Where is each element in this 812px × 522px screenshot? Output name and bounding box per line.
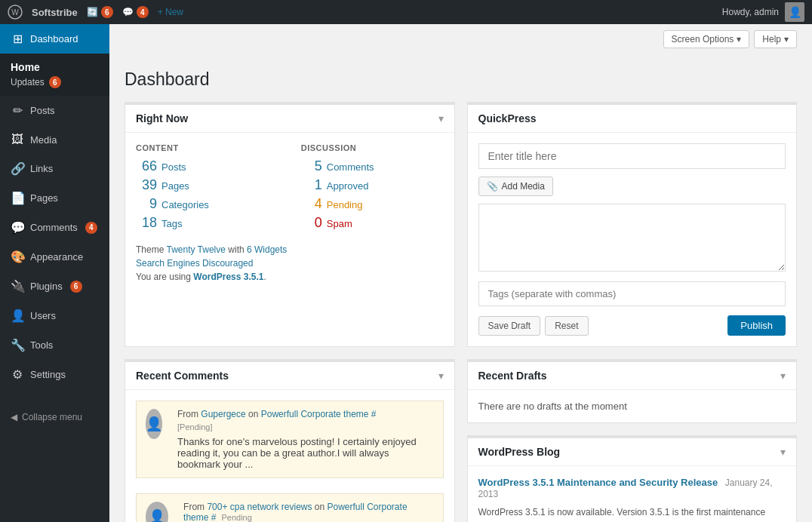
sidebar-item-users[interactable]: 👤 Users — [0, 301, 109, 330]
rightnow-toggle[interactable]: ▾ — [438, 112, 444, 124]
user-menu[interactable]: Howdy, admin 👤 — [722, 2, 804, 22]
rightnow-title: Right Now — [136, 112, 188, 124]
sidebar-item-label: Comments — [30, 222, 78, 233]
categories-count: 9 — [136, 196, 157, 212]
publish-button[interactable]: Publish — [727, 315, 786, 336]
wp-blog-post: WordPress 3.5.1 Maintenance and Security… — [478, 477, 786, 522]
sidebar-item-comments[interactable]: 💬 Comments 4 — [0, 213, 109, 242]
recent-drafts-body: There are no drafts at the moment — [468, 390, 797, 422]
reset-button[interactable]: Reset — [545, 316, 588, 336]
recent-drafts-widget: Recent Drafts ▾ There are no drafts at t… — [467, 359, 798, 423]
svg-text:W: W — [11, 8, 19, 17]
comment-counter[interactable]: 💬 4 — [122, 6, 149, 18]
approved-label: Approved — [327, 180, 369, 192]
quickpress-actions: Save Draft Reset Publish — [478, 315, 786, 336]
comments-count-row: 5 Comments — [301, 158, 444, 174]
sidebar-item-posts[interactable]: ✏ Posts — [0, 96, 109, 125]
recent-drafts-toggle[interactable]: ▾ — [780, 370, 786, 382]
discussion-column: DISCUSSION 5 Comments 1 Approved 4 Pendi… — [301, 143, 444, 234]
search-engines-link[interactable]: Search Engines Discouraged — [136, 258, 253, 269]
page-title: Dashboard — [125, 69, 797, 90]
plugins-icon: 🔌 — [11, 279, 24, 293]
sidebar-item-label: Media — [30, 134, 57, 146]
pages-count-row: 39 Pages — [136, 177, 278, 193]
site-name[interactable]: Softstribe — [32, 7, 78, 18]
posts-icon: ✏ — [11, 103, 24, 118]
recent-comments-toggle[interactable]: ▾ — [438, 370, 444, 382]
pending-count: 4 — [301, 196, 322, 212]
approved-count: 1 — [301, 177, 322, 193]
recent-comments-widget: Recent Comments ▾ 👤 From Gupergece on Po… — [125, 359, 455, 522]
new-content-button[interactable]: + New — [158, 7, 183, 17]
comment-post-link-1[interactable]: Powerfull Corporate theme # — [261, 409, 377, 419]
pages-icon: 📄 — [11, 191, 24, 205]
spam-label: Spam — [327, 218, 352, 229]
comment-author-link-1[interactable]: Gupergece — [201, 409, 245, 419]
update-counter[interactable]: 🔄 6 — [87, 6, 113, 18]
posts-count: 66 — [136, 158, 157, 174]
posts-count-row: 66 Posts — [136, 158, 278, 174]
recent-drafts-header: Recent Drafts ▾ — [468, 362, 797, 390]
update-badge: 6 — [101, 6, 113, 18]
widgets-link[interactable]: 6 Widgets — [247, 244, 287, 255]
save-draft-button[interactable]: Save Draft — [478, 316, 541, 336]
comment-author-link-2[interactable]: 700+ cpa network reviews — [207, 502, 312, 512]
sidebar-item-pages[interactable]: 📄 Pages — [0, 183, 109, 213]
sidebar-item-tools[interactable]: 🔧 Tools — [0, 330, 109, 360]
no-drafts-message: There are no drafts at the moment — [478, 401, 786, 412]
content-header: CONTENT — [136, 143, 278, 152]
howdy-text: Howdy, admin — [722, 7, 779, 17]
quickpress-tags-input[interactable] — [478, 281, 786, 306]
wp-blog-post-title[interactable]: WordPress 3.5.1 Maintenance and Security… — [478, 477, 718, 488]
screen-options-button[interactable]: Screen Options ▾ — [663, 30, 750, 48]
comment-status-1: [Pending] — [177, 422, 434, 431]
recent-drafts-title: Recent Drafts — [478, 370, 547, 382]
add-media-button[interactable]: 📎 Add Media — [478, 177, 553, 196]
links-icon: 🔗 — [11, 161, 24, 176]
quickpress-title-input[interactable] — [478, 143, 786, 169]
comment-content-2: From 700+ cpa network reviews on Powerfu… — [183, 502, 433, 522]
sidebar-item-dashboard[interactable]: ⊞ Dashboard — [0, 24, 109, 54]
sidebar-item-settings[interactable]: ⚙ Settings — [0, 360, 109, 389]
plugins-badge: 6 — [70, 281, 82, 293]
settings-icon: ⚙ — [11, 367, 24, 382]
sidebar-home-section: Home Updates 6 — [0, 54, 109, 96]
comments-count: 5 — [301, 158, 322, 174]
quickpress-body: 📎 Add Media Save Draft Reset Publish — [468, 133, 797, 346]
sidebar-item-label: Tools — [30, 339, 53, 351]
approved-count-row: 1 Approved — [301, 177, 444, 193]
categories-label: Categories — [161, 199, 209, 210]
avatar[interactable]: 👤 — [785, 2, 804, 22]
sidebar: ⊞ Dashboard Home Updates 6 ✏ Posts 🖼 Med… — [0, 24, 109, 522]
wp-blog-toggle[interactable]: ▾ — [780, 446, 786, 458]
sidebar-item-links[interactable]: 🔗 Links — [0, 154, 109, 183]
rightnow-footer: Theme Twenty Twelve with 6 Widgets Searc… — [136, 244, 444, 282]
wp-version-link[interactable]: WordPress 3.5.1 — [193, 272, 263, 282]
comment-from-1: From Gupergece on Powerfull Corporate th… — [177, 409, 434, 419]
sidebar-item-media[interactable]: 🖼 Media — [0, 125, 109, 154]
comment-content-1: From Gupergece on Powerfull Corporate th… — [177, 409, 434, 470]
wp-logo[interactable]: W — [8, 5, 23, 20]
collapse-menu-button[interactable]: ◀ Collapse menu — [0, 404, 109, 430]
rightnow-body: CONTENT 66 Posts 39 Pages 9 Categories — [125, 133, 454, 296]
comments-badge: 4 — [85, 222, 97, 234]
sidebar-item-plugins[interactable]: 🔌 Plugins 6 — [0, 272, 109, 301]
pending-count-row: 4 Pending — [301, 196, 444, 212]
sidebar-updates[interactable]: Updates 6 — [11, 76, 99, 88]
chevron-down-icon: ▾ — [784, 34, 789, 45]
right-column: Recent Drafts ▾ There are no drafts at t… — [467, 359, 798, 522]
theme-link[interactable]: Twenty Twelve — [166, 244, 225, 255]
theme-info: Theme Twenty Twelve with 6 Widgets — [136, 244, 444, 255]
wp-blog-title: WordPress Blog — [478, 446, 561, 458]
media-add-icon: 📎 — [487, 181, 498, 192]
comment-item-2: 👤 From 700+ cpa network reviews on Power… — [136, 493, 444, 522]
recent-comments-header: Recent Comments ▾ — [125, 362, 454, 390]
quickpress-content-input[interactable] — [478, 204, 786, 272]
sidebar-item-label: Posts — [30, 105, 55, 116]
users-icon: 👤 — [11, 309, 24, 323]
help-button[interactable]: Help ▾ — [754, 30, 797, 48]
rightnow-columns: CONTENT 66 Posts 39 Pages 9 Categories — [136, 143, 444, 234]
wp-version-info: You are using WordPress 3.5.1. — [136, 272, 444, 282]
sidebar-item-appearance[interactable]: 🎨 Appearance — [0, 242, 109, 272]
quickpress-header: QuickPress — [468, 105, 797, 133]
